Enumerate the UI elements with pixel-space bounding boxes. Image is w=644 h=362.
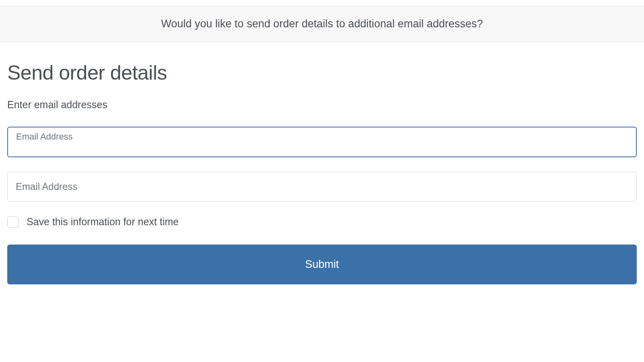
email-input-1-label: Email Address [16, 132, 628, 142]
form-subtitle: Enter email addresses [7, 99, 637, 111]
submit-button[interactable]: Submit [7, 245, 637, 284]
banner: Would you like to send order details to … [0, 6, 644, 42]
main-content: Send order details Enter email addresses… [0, 42, 644, 284]
banner-prompt: Would you like to send order details to … [8, 18, 636, 30]
email-input-1-wrapper[interactable]: Email Address [7, 127, 637, 157]
email-input-2[interactable] [7, 172, 637, 202]
save-info-label: Save this information for next time [27, 216, 179, 228]
save-info-row: Save this information for next time [7, 216, 637, 228]
email-input-2-wrapper [7, 172, 637, 202]
save-info-checkbox[interactable] [7, 216, 19, 228]
page-title: Send order details [7, 61, 637, 84]
